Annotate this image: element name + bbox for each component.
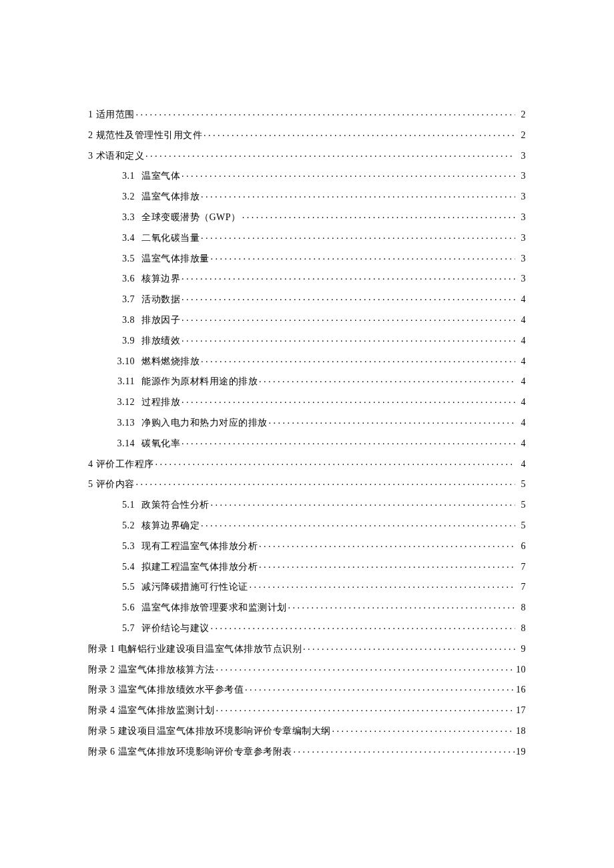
toc-leader-dots <box>156 458 516 467</box>
toc-entry-page: 3 <box>517 254 526 264</box>
toc-entry-page: 7 <box>517 562 526 572</box>
toc-entry-title: 5 评价内容 <box>88 480 135 489</box>
toc-entry-page: 4 <box>517 398 526 407</box>
toc-entry-page: 8 <box>517 603 526 612</box>
toc-entry-page: 5 <box>517 500 526 510</box>
toc-entry-title: 附录 2 温室气体排放核算方法 <box>88 665 215 675</box>
toc-entry-title: 温室气体排放量 <box>141 254 210 264</box>
toc-entry[interactable]: 附录 1 电解铝行业建设项目温室气体排放节点识别9 <box>88 642 526 654</box>
toc-entry-number: 3.4 <box>107 234 141 243</box>
toc-entry[interactable]: 3.4二氧化碳当量3 <box>88 232 526 243</box>
toc-entry-page: 4 <box>517 377 526 386</box>
toc-entry[interactable]: 3.13净购入电力和热力对应的排放4 <box>88 416 526 428</box>
toc-entry[interactable]: 5.7评价结论与建议8 <box>88 622 526 633</box>
toc-entry-page: 4 <box>517 357 526 366</box>
toc-leader-dots <box>211 622 516 631</box>
toc-entry[interactable]: 2 规范性及管理性引用文件2 <box>88 129 526 140</box>
toc-leader-dots <box>259 560 515 570</box>
toc-entry-title: 能源作为原材料用途的排放 <box>141 377 258 386</box>
toc-leader-dots <box>145 149 515 159</box>
toc-entry[interactable]: 3.3全球变暖潜势（GWP）3 <box>88 211 526 222</box>
toc-entry-number: 5.2 <box>107 521 141 530</box>
toc-entry[interactable]: 3.8排放因子4 <box>88 314 526 325</box>
toc-entry[interactable]: 3.7活动数据4 <box>88 293 526 304</box>
toc-entry-page: 4 <box>517 439 526 448</box>
toc-entry-number: 3.7 <box>107 295 141 304</box>
toc-entry[interactable]: 3.12过程排放4 <box>88 396 526 407</box>
toc-entry-title: 1 适用范围 <box>88 110 135 119</box>
toc-entry[interactable]: 3 术语和定义3 <box>88 149 526 161</box>
toc-leader-dots <box>288 601 516 610</box>
toc-entry-title: 评价结论与建议 <box>141 624 210 633</box>
toc-leader-dots <box>182 169 515 179</box>
toc-entry-page: 4 <box>517 295 526 304</box>
toc-entry[interactable]: 3.10燃料燃烧排放4 <box>88 355 526 366</box>
toc-entry-number: 3.3 <box>107 213 141 222</box>
toc-entry[interactable]: 3.14碳氧化率4 <box>88 437 526 448</box>
toc-entry[interactable]: 5.1政策符合性分析5 <box>88 498 526 510</box>
toc-entry-title: 净购入电力和热力对应的排放 <box>141 418 268 428</box>
toc-leader-dots <box>201 190 515 199</box>
toc-leader-dots <box>245 683 515 693</box>
toc-entry-number: 5.5 <box>107 582 141 592</box>
toc-entry[interactable]: 3.2温室气体排放3 <box>88 190 526 201</box>
toc-entry-title: 政策符合性分析 <box>141 500 210 510</box>
toc-entry[interactable]: 3.11能源作为原材料用途的排放4 <box>88 375 526 386</box>
toc-entry-title: 减污降碳措施可行性论证 <box>141 582 248 592</box>
toc-entry-title: 现有工程温室气体排放分析 <box>141 542 258 551</box>
toc-entry[interactable]: 附录 4 温室气体排放监测计划17 <box>88 704 526 715</box>
toc-entry[interactable]: 5.5减污降碳措施可行性论证7 <box>88 580 526 592</box>
toc-leader-dots <box>182 314 515 323</box>
toc-entry-number: 5.3 <box>107 542 141 551</box>
toc-entry[interactable]: 附录 2 温室气体排放核算方法10 <box>88 663 526 675</box>
toc-entry-title: 温室气体排放管理要求和监测计划 <box>141 603 287 612</box>
toc-leader-dots <box>269 416 516 426</box>
toc-entry-title: 核算边界 <box>141 274 180 284</box>
toc-entry-page: 4 <box>517 336 526 346</box>
toc-entry[interactable]: 附录 6 温室气体排放环境影响评价专章参考附表19 <box>88 745 526 757</box>
toc-entry-page: 3 <box>517 151 526 161</box>
toc-entry-number: 3.2 <box>107 192 141 201</box>
toc-entry-title: 4 评价工作程序 <box>88 460 154 469</box>
toc-entry-number: 3.6 <box>107 274 141 284</box>
toc-entry[interactable]: 1 适用范围2 <box>88 108 526 119</box>
toc-entry-page: 2 <box>517 131 526 140</box>
toc-entry-title: 二氧化碳当量 <box>141 234 200 243</box>
toc-entry-number: 3.10 <box>107 357 141 366</box>
toc-entry[interactable]: 5.6温室气体排放管理要求和监测计划8 <box>88 601 526 612</box>
toc-entry-number: 5.4 <box>107 562 141 572</box>
toc-entry[interactable]: 3.9排放绩效4 <box>88 334 526 346</box>
table-of-contents: 1 适用范围22 规范性及管理性引用文件23 术语和定义33.1温室气体33.2… <box>88 108 526 757</box>
toc-entry-title: 温室气体 <box>141 171 180 181</box>
toc-entry[interactable]: 5.3现有工程温室气体排放分析6 <box>88 540 526 551</box>
toc-entry-page: 7 <box>517 582 526 592</box>
toc-entry[interactable]: 5.4拟建工程温室气体排放分析7 <box>88 560 526 572</box>
toc-entry-page: 6 <box>517 542 526 551</box>
toc-entry-number: 5.6 <box>107 603 141 612</box>
toc-leader-dots <box>201 519 515 528</box>
toc-leader-dots <box>182 293 515 302</box>
toc-entry-title: 附录 1 电解铝行业建设项目温室气体排放节点识别 <box>88 644 302 654</box>
toc-entry[interactable]: 3.6核算边界3 <box>88 272 526 284</box>
toc-entry[interactable]: 附录 5 建设项目温室气体排放环境影响评价专章编制大纲18 <box>88 725 526 736</box>
toc-entry[interactable]: 附录 3 温室气体排放绩效水平参考值16 <box>88 683 526 695</box>
toc-entry-number: 3.12 <box>107 398 141 407</box>
toc-leader-dots <box>211 498 516 508</box>
toc-leader-dots <box>303 642 515 652</box>
document-page: 1 适用范围22 规范性及管理性引用文件23 术语和定义33.1温室气体33.2… <box>0 0 614 868</box>
toc-entry[interactable]: 3.5温室气体排放量3 <box>88 252 526 264</box>
toc-entry-title: 全球变暖潜势（GWP） <box>141 213 241 222</box>
toc-entry[interactable]: 5.2核算边界确定5 <box>88 519 526 530</box>
toc-entry-number: 3.1 <box>107 171 141 181</box>
toc-leader-dots <box>201 355 515 364</box>
toc-entry[interactable]: 5 评价内容5 <box>88 478 526 489</box>
toc-entry-number: 5.7 <box>107 624 141 633</box>
toc-leader-dots <box>182 272 515 282</box>
toc-leader-dots <box>294 745 515 755</box>
toc-leader-dots <box>182 437 515 446</box>
toc-entry[interactable]: 4 评价工作程序4 <box>88 458 526 469</box>
toc-entry[interactable]: 3.1温室气体3 <box>88 169 526 181</box>
toc-entry-page: 19 <box>516 747 526 757</box>
toc-leader-dots <box>250 580 516 590</box>
toc-leader-dots <box>259 375 515 384</box>
